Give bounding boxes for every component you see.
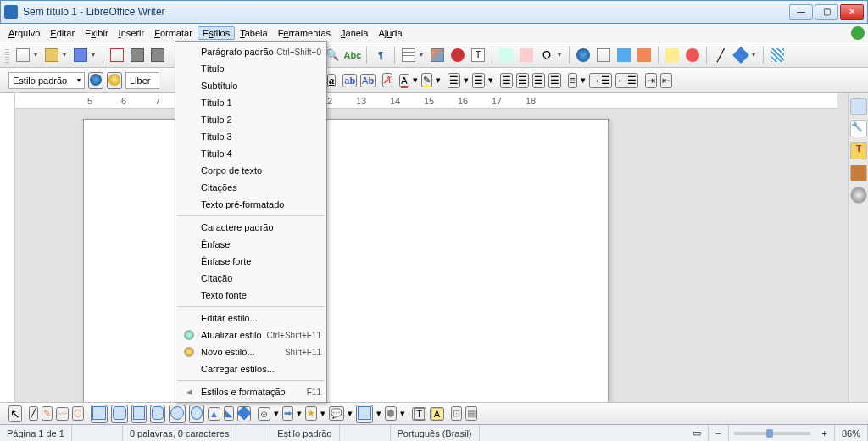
font-name-combo[interactable]: Liber (125, 72, 159, 89)
status-page[interactable]: Página 1 de 1 (0, 425, 72, 441)
menu-item[interactable]: ◀Estilos e formataçãoF11 (175, 383, 326, 400)
3d-button[interactable]: ⬢ (385, 406, 397, 421)
circle-button[interactable] (189, 405, 204, 423)
arrow-shapes-button[interactable]: ➡ (282, 406, 293, 421)
numbering-button[interactable]: ☰ (472, 73, 485, 88)
menu-item[interactable]: Caractere padrão (175, 219, 326, 236)
zoom-slider[interactable] (734, 432, 810, 435)
flowchart-button[interactable] (356, 405, 373, 423)
ruler-vertical[interactable] (0, 93, 15, 402)
rounded-square-button[interactable] (150, 405, 165, 423)
polygon-tool-button[interactable]: ⬡ (72, 406, 84, 421)
print-button[interactable] (128, 46, 147, 64)
zoom-out-button[interactable]: − (709, 425, 728, 441)
grid-button[interactable] (768, 46, 787, 64)
symbol-button[interactable]: Ω (537, 46, 556, 64)
align-left-button[interactable]: ☰ (500, 73, 513, 88)
diamond-button[interactable] (237, 406, 251, 421)
status-zoom[interactable]: 86% (835, 425, 868, 441)
update-style-button[interactable] (88, 72, 103, 89)
menu-item[interactable]: Subtítulo (175, 77, 326, 94)
star-button[interactable]: ★ (305, 406, 317, 421)
linespacing-button[interactable]: ≡ (568, 73, 577, 88)
bullets-button[interactable]: ☰ (448, 73, 460, 88)
extension-icon[interactable] (851, 26, 865, 40)
hyperlink-button[interactable] (574, 46, 593, 64)
close-button[interactable]: ✕ (840, 4, 864, 20)
menu-item[interactable]: Novo estilo...Shift+F11 (175, 343, 326, 360)
align-justify-button[interactable]: ☰ (548, 73, 561, 88)
status-wordcount[interactable]: 0 palavras, 0 caracteres (123, 425, 236, 441)
triangle-button[interactable]: ▲ (208, 407, 220, 421)
menu-item[interactable]: Corpo de texto (175, 162, 326, 179)
menu-formatar[interactable]: Formatar (149, 26, 198, 40)
points-button[interactable]: ⊡ (451, 406, 462, 421)
minimize-button[interactable]: — (789, 4, 813, 20)
menu-item[interactable]: Parágrafo padrãoCtrl+Shift+0 (175, 43, 326, 60)
menu-item[interactable]: Atualizar estiloCtrl+Shift+F11 (175, 327, 326, 343)
subscript-button[interactable]: a (327, 74, 336, 87)
menu-item[interactable]: Título 2 (175, 111, 326, 128)
highlight-button[interactable]: ✎ (421, 73, 432, 87)
fontwork-button[interactable]: A (430, 407, 444, 421)
spellcheck-button[interactable]: Abc (343, 46, 362, 64)
page-break-button[interactable] (497, 46, 515, 64)
menu-item[interactable]: Título 4 (175, 145, 326, 162)
indent-dec-button[interactable]: ←☰ (615, 73, 638, 88)
menu-inserir[interactable]: Inserir (114, 26, 150, 40)
basic-shapes-button[interactable] (732, 46, 750, 64)
align-right-button[interactable]: ☰ (532, 73, 545, 88)
line-tool-button[interactable]: ╱ (29, 406, 38, 421)
lowercase-button[interactable]: Ab (360, 74, 376, 87)
open-button[interactable] (42, 46, 61, 64)
cross-ref-button[interactable] (635, 46, 654, 64)
comment-button[interactable] (663, 46, 682, 64)
pilcrow-button[interactable]: ¶ (371, 46, 390, 64)
export-pdf-button[interactable] (108, 46, 126, 64)
menu-item[interactable]: Título 3 (175, 128, 326, 145)
line-button[interactable]: ╱ (711, 46, 730, 64)
menu-item[interactable]: Ênfase (175, 236, 326, 253)
ruler-horizontal[interactable]: 56789101112131415161718 (15, 93, 837, 109)
curve-tool-button[interactable]: ✎ (42, 406, 53, 421)
new-doc-button[interactable] (14, 46, 32, 64)
track-changes-button[interactable] (683, 46, 702, 64)
menu-estilos[interactable]: Estilos (198, 26, 235, 40)
menu-editar[interactable]: Editar (45, 26, 80, 40)
square-button[interactable] (131, 405, 147, 423)
select-tool-button[interactable]: ↖ (8, 405, 22, 422)
document-page[interactable] (83, 119, 609, 402)
menu-exibir[interactable]: Exibir (80, 26, 114, 40)
callout-button[interactable]: 💬 (329, 406, 344, 421)
menu-item[interactable]: Texto pré-formatado (175, 196, 326, 213)
paragraph-style-combo[interactable]: Estilo padrão ▾ (8, 72, 85, 89)
chart-button[interactable] (448, 46, 467, 64)
bookmark-button[interactable] (615, 46, 633, 64)
toolbar-grip[interactable] (5, 47, 9, 64)
save-button[interactable] (71, 46, 90, 64)
menu-ajuda[interactable]: Ajuda (373, 26, 407, 40)
menu-item[interactable]: Citação (175, 270, 326, 287)
print-preview-button[interactable] (148, 46, 167, 64)
menu-item[interactable]: Citações (175, 179, 326, 196)
new-style-button[interactable] (107, 72, 122, 89)
menu-item[interactable]: Ênfase forte (175, 253, 326, 270)
right-triangle-button[interactable]: ◣ (224, 406, 234, 421)
status-view-icon[interactable]: ▭ (686, 425, 709, 441)
zoom-knob[interactable] (766, 429, 773, 438)
menu-item[interactable]: Título (175, 60, 326, 77)
menu-item[interactable]: Título 1 (175, 94, 326, 111)
sidebar-gallery-icon[interactable] (850, 165, 867, 181)
indent-inc-button[interactable]: →☰ (589, 73, 612, 88)
image-button[interactable] (428, 46, 447, 64)
sidebar-styles-icon[interactable]: T (850, 142, 867, 159)
ellipse-button[interactable] (169, 405, 186, 423)
menu-item[interactable]: Texto fonte (175, 287, 326, 304)
sidebar-wrench-icon[interactable]: 🔧 (850, 120, 867, 137)
zoom-in-button[interactable]: + (815, 425, 835, 441)
sidebar-properties-icon[interactable] (850, 98, 867, 115)
textbox-button[interactable]: T (469, 46, 487, 64)
maximize-button[interactable]: ▢ (815, 4, 838, 20)
sidebar-navigator-icon[interactable] (850, 187, 867, 204)
field-button[interactable] (517, 46, 536, 64)
